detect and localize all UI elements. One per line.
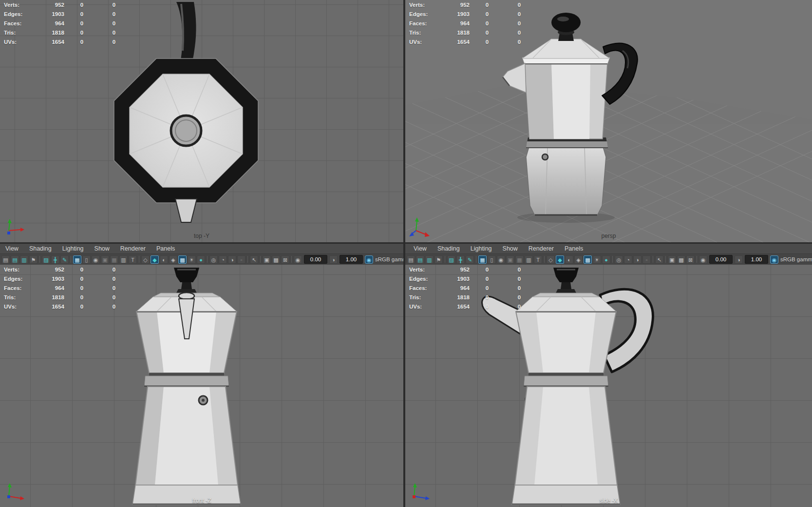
exposure-field[interactable]: 0.00 [304,255,327,264]
viewport-label: top -Y [0,233,403,239]
viewport-top[interactable]: Verts:952 00 Edges:1903 00 Faces:964 00 … [0,0,403,242]
hud-row: Tris:1818 00 [405,293,551,302]
grid-icon[interactable]: ▦ [73,255,81,264]
flat-shade-icon[interactable]: ◐ [160,255,168,264]
bounding-box-icon[interactable]: ◈ [574,255,583,264]
toolbar-separator [474,255,478,263]
image-plane-icon[interactable]: ▨ [42,255,50,264]
multisample-icon[interactable]: ◑ [633,255,642,264]
lock-camera-icon[interactable]: ▤ [416,255,424,264]
gate-mask-icon[interactable]: ▣ [101,255,109,264]
exposure-field[interactable]: 0.00 [709,255,733,264]
camera-attributes-icon[interactable]: ▥ [20,255,28,264]
viewport-persp[interactable]: Verts:952 00 Edges:1903 00 Faces:964 00 … [405,0,812,242]
xray-joints-icon[interactable]: ⊠ [281,255,289,264]
gate-mask-icon[interactable]: ▣ [506,255,514,264]
hud-row: Edges:1903 00 [405,274,551,284]
gamma-toggle-icon[interactable]: ◉ [770,255,778,264]
contrast-field[interactable]: 1.00 [340,255,363,264]
camera-attributes-icon[interactable]: ▥ [425,255,434,264]
hud-row: Faces:964 00 [0,284,146,293]
contrast-field[interactable]: 1.00 [745,255,768,264]
textured-icon[interactable]: ▩ [584,255,592,264]
field-chart-icon[interactable]: ▦ [515,255,524,264]
wireframe-on-shaded-icon[interactable]: ▩ [677,255,685,264]
wireframe-icon[interactable]: ◇ [547,255,555,264]
viewport-label: persp [405,233,812,239]
menu-renderer[interactable]: Renderer [523,244,559,254]
exposure-icon[interactable]: ◉ [699,255,707,264]
menu-show[interactable]: Show [89,244,115,254]
hud-row: Edges:1903 00 [0,10,146,19]
film-gate-icon[interactable]: ▯ [488,255,496,264]
image-plane-icon[interactable]: ▨ [447,255,455,264]
pan-zoom-icon[interactable]: ╋ [456,255,465,264]
menu-view[interactable]: View [408,244,432,254]
lock-camera-icon[interactable]: ▤ [11,255,19,264]
xray-joints-icon[interactable]: ⊠ [686,255,695,264]
viewport-label: side -X [405,497,812,504]
viewport-front[interactable]: Verts:952 00 Edges:1903 00 Faces:964 00 … [0,265,403,507]
hud-row: Verts:952 00 [0,265,146,274]
safe-action-icon[interactable]: ▥ [525,255,533,264]
isolate-select-icon[interactable]: ↖ [655,255,663,264]
depth-peeling-icon[interactable]: ▫ [642,255,651,264]
resolution-gate-icon[interactable]: ◉ [92,255,100,264]
isolate-select-icon[interactable]: ↖ [250,255,258,264]
menu-lighting[interactable]: Lighting [57,244,89,254]
toolbar-separator [443,255,447,263]
contrast-icon[interactable]: ◑ [329,255,338,264]
safe-title-icon[interactable]: T [129,255,137,264]
shadows-icon[interactable]: ● [602,255,610,264]
hud-row: Verts:952 00 [405,265,551,274]
select-camera-icon[interactable]: ▤ [407,255,415,264]
wireframe-icon[interactable]: ◇ [141,255,150,264]
textured-icon[interactable]: ▩ [178,255,187,264]
smooth-shade-icon[interactable]: ◆ [556,255,564,264]
film-gate-icon[interactable]: ▯ [82,255,91,264]
motion-blur-icon[interactable]: ◔ [219,255,227,264]
depth-peeling-icon[interactable]: ▫ [237,255,245,264]
panel-menu-bar: ViewShadingLightingShowRendererPanels [0,244,403,254]
contrast-icon[interactable]: ◑ [735,255,743,264]
use-all-lights-icon[interactable]: ☀ [593,255,601,264]
menu-renderer[interactable]: Renderer [115,244,151,254]
flat-shade-icon[interactable]: ◐ [565,255,573,264]
panel-divider-vertical[interactable] [403,0,405,507]
bookmark-icon[interactable]: ⚑ [434,255,443,264]
menu-lighting[interactable]: Lighting [465,244,497,254]
wireframe-on-shaded-icon[interactable]: ▩ [272,255,280,264]
occlusion-icon[interactable]: ◎ [615,255,623,264]
menu-view[interactable]: View [0,244,24,254]
menu-shading[interactable]: Shading [432,244,465,254]
select-camera-icon[interactable]: ▤ [1,255,10,264]
field-chart-icon[interactable]: ▦ [110,255,118,264]
shadows-icon[interactable]: ● [197,255,205,264]
grease-pencil-icon[interactable]: ✎ [60,255,69,264]
xray-icon[interactable]: ▣ [263,255,271,264]
menu-show[interactable]: Show [497,244,523,254]
menu-shading[interactable]: Shading [24,244,57,254]
menu-panels[interactable]: Panels [151,244,180,254]
toolbar-separator [664,255,667,263]
gamma-toggle-icon[interactable]: ◉ [365,255,373,264]
grid-icon[interactable]: ▦ [478,255,487,264]
occlusion-icon[interactable]: ◎ [209,255,218,264]
motion-blur-icon[interactable]: ◔ [624,255,632,264]
safe-action-icon[interactable]: ▥ [119,255,128,264]
viewport-side[interactable]: Verts:952 00 Edges:1903 00 Faces:964 00 … [405,265,812,507]
panel-divider-horizontal[interactable] [0,242,812,244]
safe-title-icon[interactable]: T [534,255,542,264]
multisample-icon[interactable]: ◑ [228,255,236,264]
resolution-gate-icon[interactable]: ◉ [497,255,505,264]
exposure-icon[interactable]: ◉ [294,255,302,264]
pan-zoom-icon[interactable]: ╋ [51,255,59,264]
grease-pencil-icon[interactable]: ✎ [466,255,474,264]
use-all-lights-icon[interactable]: ☀ [188,255,196,264]
xray-icon[interactable]: ▣ [668,255,676,264]
bounding-box-icon[interactable]: ◈ [169,255,177,264]
smooth-shade-icon[interactable]: ◆ [151,255,159,264]
bookmark-icon[interactable]: ⚑ [29,255,38,264]
menu-panels[interactable]: Panels [559,244,588,254]
hud-row: Faces:964 00 [405,284,551,293]
